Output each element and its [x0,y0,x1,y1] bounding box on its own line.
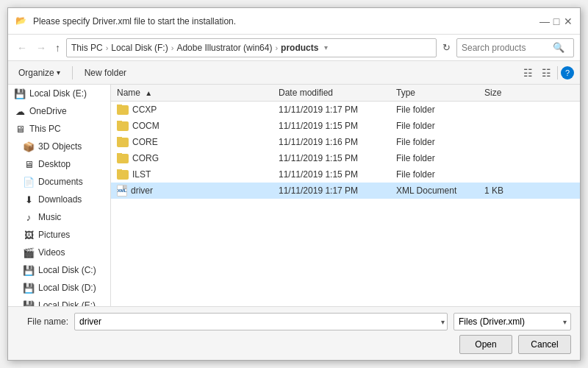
sidebar-label: OneDrive [29,106,67,116]
file-name-driver: XML driver [117,185,279,197]
table-row[interactable]: ILST 11/11/2019 1:15 PM File folder [111,166,580,183]
filename-label: File name: [17,316,68,327]
drive-d-icon: 💾 [23,282,35,294]
downloads-icon: ⬇ [23,194,35,205]
computer-icon: 🖥 [14,123,26,135]
sidebar-item-local-disk-d[interactable]: 💾 Local Disk (D:) [8,279,110,297]
breadcrumb-this-pc[interactable]: This PC [71,43,103,53]
sidebar-item-local-disk-c[interactable]: 💾 Local Disk (C:) [8,261,110,279]
filename-input[interactable] [74,313,448,330]
documents-icon: 📄 [23,176,35,188]
open-button[interactable]: Open [459,335,512,354]
table-row[interactable]: CORG 11/11/2019 1:15 PM File folder [111,150,580,166]
dialog-icon: 📂 [15,15,27,27]
3d-icon: 📦 [23,141,35,152]
toolbar: Organize ▾ New folder ☷ ☷ ? [8,61,580,85]
sidebar-label: This PC [29,124,61,134]
filename-input-wrap: ▾ [74,313,448,330]
search-icon: 🔍 [553,42,564,53]
sidebar-item-videos[interactable]: 🎬 Videos [8,244,110,261]
sidebar-item-desktop[interactable]: 🖥 Desktop [8,155,110,173]
table-row[interactable]: XML driver 11/11/2019 1:17 PM XML Docume… [111,183,580,199]
drive-c-icon: 💾 [23,264,35,276]
file-name-core: CORE [117,137,279,147]
button-row: Open Cancel [17,335,571,354]
sidebar-item-local-disk-e[interactable]: 💾 Local Disk (E:) [8,85,110,102]
new-folder-button[interactable]: New folder [80,66,131,79]
desktop-icon: 🖥 [23,158,35,170]
organize-arrow: ▾ [57,68,60,77]
table-row[interactable]: CCXP 11/11/2019 1:17 PM File folder [111,102,580,118]
cloud-icon: ☁ [14,105,26,117]
maximize-button[interactable]: □ [552,17,561,26]
view-details-button[interactable]: ☷ [520,66,536,80]
drive-e2-icon: 💾 [23,300,35,306]
organize-label: Organize [18,68,54,78]
toolbar-sep2 [557,66,558,79]
breadcrumb-adobe-illustrator[interactable]: Adobe Illustrator (win64) [176,43,272,53]
file-open-dialog: 📂 Please specify Driver.xml file to star… [7,7,581,361]
dialog-title: Please specify Driver.xml file to start … [33,16,534,26]
sidebar-label: Downloads [38,194,82,205]
toolbar-separator [72,66,73,79]
sidebar-label: Music [38,212,61,222]
sidebar-item-documents[interactable]: 📄 Documents [8,173,110,191]
drive-icon: 💾 [14,88,26,99]
column-size[interactable]: Size [484,88,528,98]
column-date[interactable]: Date modified [279,88,396,98]
close-button[interactable]: ✕ [564,17,573,26]
sidebar-item-this-pc[interactable]: 🖥 This PC [8,120,110,138]
breadcrumb-bar[interactable]: This PC › Local Disk (F:) › Adobe Illust… [66,38,437,57]
sidebar-label: Local Disk (E:) [38,300,96,306]
search-input[interactable] [462,43,550,53]
breadcrumb-dropdown-arrow[interactable]: ▾ [324,43,328,52]
filetype-wrap: Files (Driver.xml) ▾ [453,313,571,330]
refresh-button[interactable]: ↻ [440,40,453,54]
main-area: 💾 Local Disk (E:) ☁ OneDrive 🖥 This PC 📦… [8,85,580,306]
sidebar-label: Desktop [38,159,71,169]
breadcrumb-local-disk-f[interactable]: Local Disk (F:) [111,43,168,53]
file-list: CCXP 11/11/2019 1:17 PM File folder COCM… [111,102,580,306]
sidebar-label: Documents [38,177,83,187]
breadcrumb-products[interactable]: products [281,43,318,53]
toolbar-right: ☷ ☷ ? [520,66,574,80]
folder-icon [117,154,129,163]
column-name[interactable]: Name ▲ [117,88,279,98]
nav-bar: ← → ↑ This PC › Local Disk (F:) › Adobe … [8,35,580,61]
sidebar-item-local-disk-e2[interactable]: 💾 Local Disk (E:) [8,297,110,306]
filetype-select[interactable]: Files (Driver.xml) [453,313,571,330]
minimize-button[interactable]: — [540,17,549,26]
music-icon: ♪ [23,211,35,223]
folder-icon [117,138,129,147]
organize-button[interactable]: Organize ▾ [14,66,65,79]
sidebar-item-onedrive[interactable]: ☁ OneDrive [8,102,110,120]
file-name-corg: CORG [117,153,279,163]
sidebar-item-3d-objects[interactable]: 📦 3D Objects [8,138,110,155]
cancel-button[interactable]: Cancel [518,335,571,354]
new-folder-label: New folder [85,68,126,78]
sidebar-item-music[interactable]: ♪ Music [8,208,110,226]
folder-icon [117,121,129,131]
sidebar-label: Local Disk (D:) [38,283,96,293]
sidebar-label: Pictures [38,230,70,240]
up-button[interactable]: ↑ [52,40,63,55]
xml-icon: XML [117,185,127,197]
sort-arrow: ▲ [145,89,152,97]
help-button[interactable]: ? [561,66,574,79]
column-type[interactable]: Type [396,88,484,98]
view-large-icons-button[interactable]: ☷ [539,66,554,80]
back-button[interactable]: ← [14,40,30,55]
title-bar-controls: — □ ✕ [540,17,573,26]
table-row[interactable]: COCM 11/11/2019 1:15 PM File folder [111,118,580,134]
search-box: 🔍 [456,38,574,57]
file-list-header: Name ▲ Date modified Type Size [111,85,580,102]
file-area: Name ▲ Date modified Type Size [111,85,580,306]
folder-icon [117,170,129,180]
sidebar: 💾 Local Disk (E:) ☁ OneDrive 🖥 This PC 📦… [8,85,111,306]
folder-icon [117,105,129,115]
forward-button[interactable]: → [33,40,49,55]
sidebar-item-pictures[interactable]: 🖼 Pictures [8,226,110,244]
table-row[interactable]: CORE 11/11/2019 1:16 PM File folder [111,134,580,150]
file-name-ccxp: CCXP [117,105,279,115]
sidebar-item-downloads[interactable]: ⬇ Downloads [8,191,110,208]
